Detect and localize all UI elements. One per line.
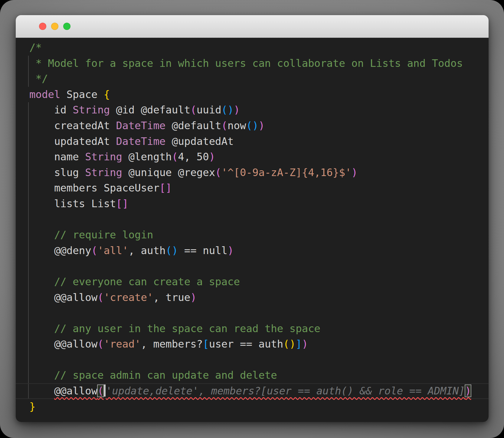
code-token: ( (97, 338, 103, 350)
code-line[interactable]: @@deny('all', auth() == null) (29, 243, 489, 259)
code-token: uuid (197, 104, 221, 116)
code-token: @@allow (29, 291, 97, 303)
code-token: [] (116, 198, 129, 210)
minimize-window-button[interactable] (51, 23, 58, 30)
code-token: '^[0-9a-zA-Z]{4,16}$' (221, 166, 352, 178)
code-token: user == auth (209, 338, 283, 350)
code-line[interactable] (29, 212, 489, 227)
code-token: // space admin can update and delete (29, 369, 277, 381)
code-token: 'create' (104, 291, 153, 303)
code-token: @@allow (54, 385, 97, 397)
code-token: ) (227, 244, 234, 257)
code-token: @unique @regex (122, 166, 215, 178)
code-line-active[interactable]: @@allow('update,delete', members?[user =… (16, 383, 489, 399)
code-token: DateTime (116, 119, 166, 132)
matched-close-paren: ) (465, 385, 471, 397)
code-token: } (29, 400, 35, 413)
code-token: ( (215, 166, 221, 178)
code-line[interactable]: name String @length(4, 50) (29, 149, 489, 165)
code-token: String (85, 151, 122, 163)
matched-open-paren: ( (97, 385, 103, 397)
text-cursor (104, 384, 106, 397)
code-token: , auth (129, 244, 166, 257)
code-token: lists List (29, 198, 116, 210)
code-token: [] (159, 182, 172, 194)
code-token: // require login (29, 229, 153, 241)
indent-guide (28, 56, 29, 87)
desktop-background: /* * Model for a space in which users ca… (0, 0, 504, 438)
code-line[interactable]: /* (29, 40, 489, 56)
code-token: @length (122, 151, 172, 163)
code-token: @id @default (110, 104, 190, 116)
code-line[interactable]: slug String @unique @regex('^[0-9a-zA-Z]… (29, 165, 489, 181)
code-token: Space (60, 88, 103, 100)
code-line[interactable] (29, 305, 489, 321)
code-token: ) (258, 119, 264, 132)
code-token: String (73, 104, 110, 116)
code-token: () (221, 104, 234, 116)
code-line[interactable]: */ (29, 71, 489, 87)
code-token (29, 385, 54, 397)
code-token: , true (153, 291, 190, 303)
code-token: [ (203, 338, 209, 350)
code-token: , members? (141, 338, 203, 350)
code-line[interactable]: // everyone can create a space (29, 274, 489, 290)
code-token: // everyone can create a space (29, 276, 240, 288)
code-line[interactable]: } (29, 399, 489, 415)
code-token: ] (296, 338, 302, 350)
code-line[interactable]: id String @id @default(uuid()) (29, 102, 489, 118)
code-line[interactable]: model Space { (29, 87, 489, 103)
code-token: name (29, 151, 85, 163)
code-token: */ (29, 73, 48, 85)
code-token: /* (29, 41, 42, 54)
code-token: * Model for a space in which users can c… (29, 57, 463, 69)
code-line[interactable]: @@allow('read', members?[user == auth()]… (29, 336, 489, 352)
code-line[interactable]: // any user in the space can read the sp… (29, 321, 489, 337)
code-editor[interactable]: /* * Model for a space in which users ca… (16, 38, 489, 422)
code-token: 'all' (97, 244, 128, 257)
code-token: @@allow (29, 338, 97, 350)
indent-guide (28, 102, 29, 399)
code-token: @default (165, 119, 221, 132)
code-token: () (165, 244, 178, 257)
close-window-button[interactable] (39, 23, 46, 30)
code-token: 4, 50 (178, 151, 209, 163)
code-token: == null (178, 244, 227, 257)
code-token: @@deny (29, 244, 91, 257)
code-token: ( (172, 151, 178, 163)
code-token: ) (190, 291, 196, 303)
code-token: ( (221, 119, 227, 132)
code-token: { (104, 88, 110, 100)
code-line[interactable] (29, 352, 489, 368)
code-token: @updatedAt (165, 135, 234, 147)
code-token: 'read' (104, 338, 141, 350)
code-token: ) (209, 151, 215, 163)
code-token: String (85, 166, 122, 178)
code-token: DateTime (116, 135, 166, 147)
code-token: id (29, 104, 73, 116)
code-line[interactable] (29, 258, 489, 274)
code-line[interactable]: lists List[] (29, 196, 489, 212)
code-token: ) (302, 338, 308, 350)
code-token: now (227, 119, 246, 132)
code-token: ) (234, 104, 240, 116)
code-line[interactable]: // require login (29, 227, 489, 243)
code-token: () (283, 338, 296, 350)
code-token: ( (190, 104, 196, 116)
code-line[interactable]: * Model for a space in which users can c… (29, 56, 489, 71)
code-token: updatedAt (29, 135, 116, 147)
code-line[interactable]: members SpaceUser[] (29, 180, 489, 196)
code-line[interactable]: // space admin can update and delete (29, 368, 489, 383)
code-token: members SpaceUser (29, 182, 159, 194)
code-line[interactable]: updatedAt DateTime @updatedAt (29, 134, 489, 149)
code-token: // any user in the space can read the sp… (29, 322, 320, 335)
window-title-bar[interactable] (16, 15, 489, 38)
code-token: slug (29, 166, 85, 178)
zoom-window-button[interactable] (63, 23, 70, 30)
code-token: ) (351, 166, 357, 178)
code-line[interactable]: @@allow('create', true) (29, 290, 489, 306)
code-line[interactable]: createdAt DateTime @default(now()) (29, 118, 489, 134)
code-token: createdAt (29, 119, 116, 132)
error-squiggle: @@allow('update,delete', members?[user =… (54, 385, 471, 397)
code-token: ( (91, 244, 97, 257)
